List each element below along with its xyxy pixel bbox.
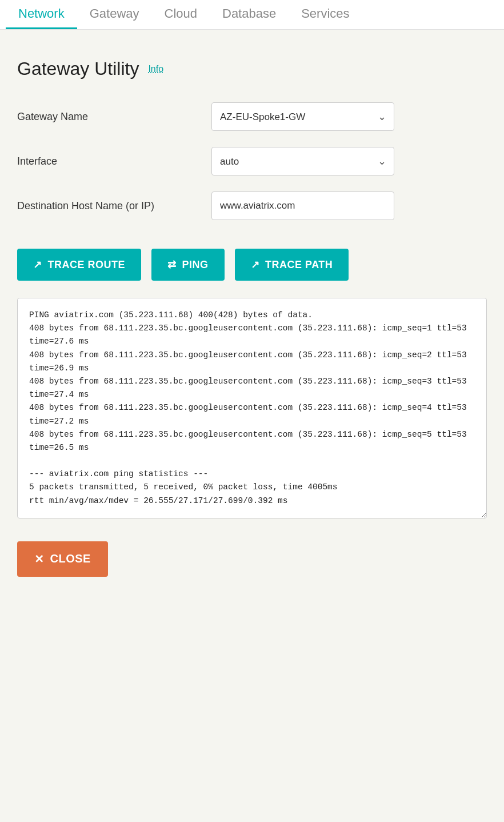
nav-item-database[interactable]: Database bbox=[210, 0, 289, 29]
close-label: CLOSE bbox=[50, 552, 91, 565]
destination-row: Destination Host Name (or IP) bbox=[17, 191, 487, 220]
trace-path-label: TRACE PATH bbox=[265, 259, 333, 271]
output-box: PING aviatrix.com (35.223.111.68) 400(42… bbox=[17, 298, 487, 518]
info-link[interactable]: Info bbox=[148, 64, 163, 74]
gateway-name-select-wrapper: AZ-EU-Spoke1-GW ⌄ bbox=[211, 102, 394, 131]
ping-label: PING bbox=[182, 259, 209, 271]
gateway-name-row: Gateway Name AZ-EU-Spoke1-GW ⌄ bbox=[17, 102, 487, 131]
destination-input[interactable] bbox=[211, 191, 394, 220]
nav-bar: Network Gateway Cloud Database Services bbox=[0, 0, 504, 30]
destination-label: Destination Host Name (or IP) bbox=[17, 200, 211, 212]
action-button-row: ↗ TRACE ROUTE ⇄ PING ↗ TRACE PATH bbox=[17, 249, 487, 281]
close-button[interactable]: ✕ CLOSE bbox=[17, 541, 108, 577]
gateway-name-label: Gateway Name bbox=[17, 111, 211, 123]
form-section: Gateway Name AZ-EU-Spoke1-GW ⌄ Interface… bbox=[17, 102, 487, 220]
page-title: Gateway Utility bbox=[17, 58, 139, 79]
gateway-name-select[interactable]: AZ-EU-Spoke1-GW bbox=[211, 102, 394, 131]
trace-route-label: TRACE ROUTE bbox=[48, 259, 126, 271]
nav-item-services[interactable]: Services bbox=[289, 0, 362, 29]
trace-path-icon: ↗ bbox=[251, 258, 260, 271]
main-content: Gateway Utility Info Gateway Name AZ-EU-… bbox=[0, 30, 504, 594]
nav-item-gateway[interactable]: Gateway bbox=[77, 0, 152, 29]
ping-icon: ⇄ bbox=[167, 258, 177, 271]
title-row: Gateway Utility Info bbox=[17, 58, 487, 79]
interface-select[interactable]: auto bbox=[211, 147, 394, 175]
interface-select-wrapper: auto ⌄ bbox=[211, 147, 394, 175]
trace-path-button[interactable]: ↗ TRACE PATH bbox=[235, 249, 349, 281]
nav-item-cloud[interactable]: Cloud bbox=[152, 0, 210, 29]
close-x-icon: ✕ bbox=[34, 552, 45, 566]
trace-route-icon: ↗ bbox=[33, 258, 42, 271]
interface-label: Interface bbox=[17, 155, 211, 167]
interface-row: Interface auto ⌄ bbox=[17, 147, 487, 175]
nav-item-network[interactable]: Network bbox=[6, 0, 77, 29]
ping-button[interactable]: ⇄ PING bbox=[151, 249, 225, 281]
trace-route-button[interactable]: ↗ TRACE ROUTE bbox=[17, 249, 141, 281]
